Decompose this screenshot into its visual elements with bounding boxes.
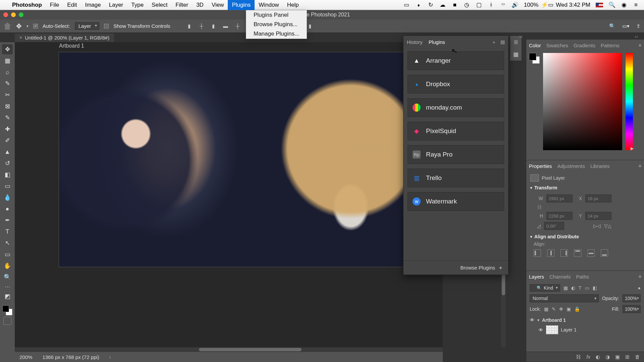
opacity-input[interactable]: 100% — [623, 294, 641, 302]
artboard-image[interactable] — [59, 52, 447, 267]
home-icon[interactable] — [3, 22, 11, 30]
tab-paths[interactable]: Paths — [576, 274, 589, 280]
align-top-edges-icon[interactable]: ▬ — [222, 22, 229, 30]
add-plugin-icon[interactable]: ＋ — [498, 264, 503, 272]
foreground-background-swatches[interactable] — [2, 305, 12, 315]
tab-history[interactable]: History — [407, 39, 423, 45]
dropdown-manage-plugins[interactable]: Manage Plugins... — [246, 29, 307, 39]
layer-row[interactable]: 👁 Layer 1 — [530, 324, 641, 336]
transform-caret-icon[interactable]: ▾ — [530, 186, 532, 190]
menu-image[interactable]: Image — [81, 0, 105, 10]
time-machine-icon[interactable]: ◷ — [464, 1, 470, 8]
search-icon[interactable]: 🔍 — [609, 23, 615, 29]
tab-layers[interactable]: Layers — [529, 274, 544, 280]
dropdown-plugins-panel[interactable]: Plugins Panel — [246, 10, 307, 20]
color-panel-menu-icon[interactable]: ≡ — [639, 43, 641, 48]
flip-vertical-icon[interactable]: ▽△ — [604, 223, 611, 229]
delete-layer-icon[interactable]: 🗑 — [635, 354, 640, 360]
hue-slider[interactable] — [626, 53, 633, 150]
tab-patterns[interactable]: Patterns — [601, 43, 620, 48]
color-picker-field[interactable] — [543, 53, 622, 150]
pen-tool[interactable]: ✒ — [2, 215, 13, 225]
collapse-right-icon[interactable]: ‹‹ — [519, 34, 523, 39]
edit-toolbar-icon[interactable]: ⋯ — [5, 284, 10, 290]
align-left-edges-icon[interactable]: ▮ — [185, 22, 193, 30]
browse-plugins-link[interactable]: Browse Plugins — [461, 265, 495, 270]
artboard-label[interactable]: Artboard 1 — [59, 43, 84, 49]
crop-tool[interactable]: ✂ — [2, 90, 13, 100]
menu-window[interactable]: Window — [255, 0, 283, 10]
x-input[interactable]: 16 px — [585, 194, 611, 202]
align-right-icon[interactable] — [560, 249, 568, 257]
hue-arrow-icon[interactable]: ▶ — [631, 146, 634, 151]
move-tool-icon[interactable]: ✥ — [16, 22, 22, 30]
lock-position-icon[interactable]: ✥ — [559, 306, 563, 312]
wifi-icon[interactable]: ⌔ — [500, 2, 506, 8]
eraser-tool[interactable]: ◧ — [2, 170, 13, 180]
visibility-toggle-icon[interactable]: 👁 — [538, 327, 543, 333]
align-hcenter-icon[interactable] — [547, 249, 554, 257]
artboard-tool[interactable]: ▦ — [2, 56, 13, 66]
fullscreen-window-button[interactable] — [19, 12, 23, 17]
new-group-icon[interactable]: ▣ — [615, 354, 620, 360]
path-selection-tool[interactable]: ↖ — [2, 238, 13, 248]
align-right-edges-icon[interactable]: ▮ — [210, 22, 217, 30]
dropbox-menubar-icon[interactable]: ⬧ — [415, 2, 422, 8]
input-source-flag-icon[interactable] — [596, 3, 603, 7]
layer-thumbnail[interactable] — [546, 325, 558, 334]
height-input[interactable]: 2268 px — [546, 212, 573, 220]
align-horizontal-centers-icon[interactable]: ┼ — [198, 22, 205, 30]
notifications-icon[interactable]: ≡ — [633, 2, 639, 8]
tab-libraries[interactable]: Libraries — [590, 163, 610, 169]
hscroll-thumb[interactable] — [199, 348, 302, 351]
app-name[interactable]: Photoshop — [8, 2, 46, 8]
filter-adjustment-icon[interactable]: ◐ — [571, 285, 575, 291]
plugin-dropbox[interactable]: ⬧Dropbox — [408, 75, 504, 94]
dropdown-browse-plugins[interactable]: Browse Plugins... — [246, 20, 307, 29]
angle-input[interactable]: 0.00° — [544, 222, 564, 230]
align-vertical-centers-icon[interactable]: ┼ — [234, 22, 241, 30]
battery-icon[interactable]: ⚡▭ — [544, 1, 550, 8]
filter-shape-icon[interactable]: ▭ — [585, 285, 589, 291]
filter-toggle-icon[interactable]: ● — [638, 285, 641, 291]
spotlight-icon[interactable]: 🔍 — [608, 1, 615, 8]
menu-file[interactable]: File — [46, 0, 63, 10]
share-icon[interactable]: ⇪ — [636, 23, 641, 29]
zoom-tool[interactable]: 🔍 — [2, 272, 13, 282]
document-info[interactable]: 1366 px x 768 px (72 ppi) — [42, 354, 99, 360]
status-more-icon[interactable]: › — [109, 354, 111, 360]
flip-horizontal-icon[interactable]: ▷◁ — [593, 223, 601, 229]
align-vcenter-icon[interactable] — [587, 249, 595, 257]
menu-edit[interactable]: Edit — [63, 0, 81, 10]
menu-plugins[interactable]: Plugins — [228, 0, 255, 10]
artboard-row[interactable]: 👁 ▾ Artboard 1 — [530, 316, 641, 324]
zoom-level[interactable]: 200% — [19, 354, 32, 360]
quick-mask-icon[interactable] — [3, 317, 11, 325]
lock-transparency-icon[interactable]: ▦ — [544, 306, 548, 312]
clock[interactable]: Wed 3:42 PM — [556, 2, 590, 8]
foreground-color-swatch[interactable] — [2, 305, 9, 312]
layer-filter-kind-select[interactable]: 🔍Kind — [530, 284, 560, 292]
disclosure-icon[interactable]: ▾ — [537, 318, 539, 322]
workspace-switcher-icon[interactable]: ▭▾ — [622, 23, 630, 29]
hand-tool[interactable]: ✋ — [2, 261, 13, 271]
gradient-tool[interactable]: ▭ — [2, 181, 13, 191]
tab-color[interactable]: Color — [529, 43, 541, 48]
rectangle-tool[interactable]: ▭ — [2, 249, 13, 259]
close-window-button[interactable] — [3, 12, 8, 17]
brushes-panel-icon[interactable]: ≣ — [514, 39, 518, 46]
auto-select-target-select[interactable]: Layer — [75, 22, 100, 30]
tab-adjustments[interactable]: Adjustments — [557, 163, 585, 169]
horizontal-scrollbar[interactable] — [15, 347, 443, 352]
type-tool[interactable]: T — [2, 227, 13, 237]
filter-pixel-icon[interactable]: ▦ — [564, 285, 568, 291]
brush-settings-panel-icon[interactable]: ▦ — [513, 51, 519, 58]
fill-input[interactable]: 100% — [623, 305, 641, 313]
lock-pixels-icon[interactable]: ✎ — [552, 306, 556, 312]
healing-brush-tool[interactable]: ✚ — [2, 124, 13, 134]
tab-swatches[interactable]: Swatches — [546, 43, 568, 48]
menu-select[interactable]: Select — [148, 0, 171, 10]
auto-select-checkbox[interactable] — [33, 24, 38, 28]
tab-gradients[interactable]: Gradients — [574, 43, 595, 48]
align-caret-icon[interactable]: ▾ — [530, 235, 532, 239]
